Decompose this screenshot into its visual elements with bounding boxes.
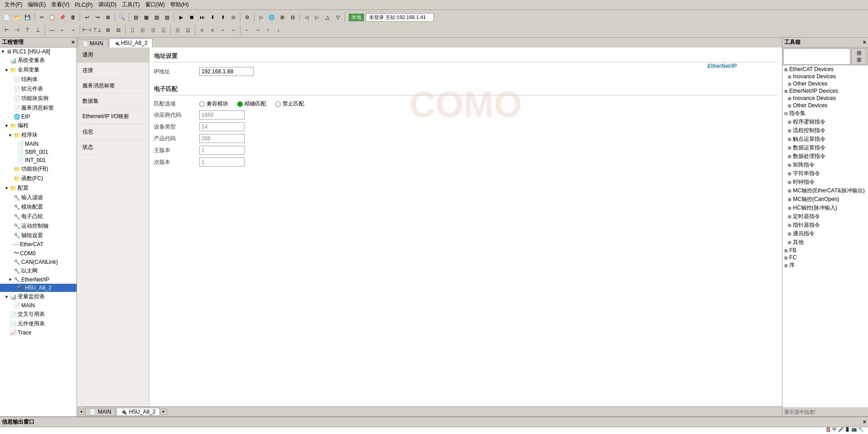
tree-var-main[interactable]: 📄 MAIN	[0, 301, 77, 310]
tb-copy[interactable]: 📋	[47, 12, 57, 22]
tb2-14[interactable]: ⌹	[148, 25, 158, 35]
tree-trace[interactable]: 📈 Trace	[0, 329, 77, 337]
tree-config[interactable]: ▼ 📁 配置	[0, 183, 77, 193]
tb-more1[interactable]: ⊞	[277, 12, 287, 22]
tb2-20[interactable]: ⌿	[218, 25, 228, 35]
tb2-21[interactable]: ⍀	[228, 25, 238, 35]
tb-cut[interactable]: ✂	[37, 12, 47, 22]
tree-main[interactable]: 📄 MAIN	[0, 140, 77, 148]
toolbox-pointer-inst[interactable]: ⊞ 指针器指令	[782, 221, 868, 229]
tb2-6[interactable]: ⌐	[58, 25, 67, 35]
menu-help[interactable]: 帮助(H)	[168, 0, 192, 10]
toolbox-search-button[interactable]: 搜索	[851, 48, 867, 65]
tb2-25[interactable]: ↓	[273, 25, 283, 35]
tree-input-filter[interactable]: 🔧 输入滤波	[0, 193, 77, 202]
tb2-2[interactable]: ⊣	[12, 25, 22, 35]
toolbox-ethercat-inovance[interactable]: ⊞ Inovance Devices	[782, 73, 868, 80]
ip-input[interactable]	[199, 67, 254, 76]
tb2-22[interactable]: ←	[242, 25, 252, 35]
tb2-24[interactable]: ↑	[263, 25, 273, 35]
tb-dl[interactable]: ⬇	[207, 12, 217, 22]
tree-fb-instance[interactable]: 📄 功能块实例	[0, 94, 77, 103]
tb2-1[interactable]: ⊢	[2, 25, 12, 35]
tree-eip[interactable]: 🌐 EIP	[0, 113, 77, 121]
menu-tools[interactable]: 工具(T)	[119, 0, 142, 10]
tb-run[interactable]: ▶	[176, 12, 186, 22]
tb2-12[interactable]: ⌷	[127, 25, 137, 35]
tree-plc1[interactable]: ▼ 🖥 PLC1 [H5U-A8]	[0, 48, 77, 56]
tb-ul[interactable]: ⬆	[218, 12, 228, 22]
tb-more2[interactable]: ⊟	[288, 12, 297, 22]
toolbox-clock-inst[interactable]: ⊞ 时钟指令	[782, 178, 868, 186]
nav-io-map[interactable]: Ethernet/IP I/O映射	[77, 109, 149, 124]
toolbox-other-inst[interactable]: ⊞ 其他	[782, 238, 868, 247]
tab-main[interactable]: 📄 MAIN	[78, 39, 108, 48]
tree-ethercat[interactable]: — EtherCAT	[0, 240, 77, 248]
tb-b3[interactable]: ▧	[152, 12, 162, 22]
tree-motion-axis[interactable]: 🔧 运动控制轴	[0, 221, 77, 231]
tb-undo[interactable]: ↩	[82, 12, 92, 22]
toolbox-matrix-inst[interactable]: ⊞ 矩阵指令	[782, 161, 868, 169]
tb-arr4[interactable]: ▽	[333, 12, 343, 22]
tb2-19[interactable]: ⌾	[207, 25, 217, 35]
tb-stop[interactable]: ⏹	[187, 12, 197, 22]
toolbox-ethernetip-other[interactable]: ⊞ Other Devices	[782, 102, 868, 109]
toolbox-ethercat-other[interactable]: ⊞ Other Devices	[782, 80, 868, 87]
toolbox-logic-inst[interactable]: ⊞ 程序逻辑指令	[782, 118, 868, 126]
tree-com0[interactable]: 〜 COM0	[0, 248, 77, 258]
toolbox-flow-inst[interactable]: ⊞ 流程控制指令	[782, 126, 868, 135]
toolbox-hc-axis-inst[interactable]: ⊞ HC轴控(脉冲输入)	[782, 204, 868, 212]
toolbox-data-arith-inst[interactable]: ⊞ 数据运算指令	[782, 143, 868, 152]
toolbox-search-input[interactable]	[783, 48, 850, 65]
tree-var-monitor[interactable]: ▼ 📊 变量监控表	[0, 292, 77, 301]
nav-connect[interactable]: 连接	[77, 63, 149, 78]
product-code-input[interactable]	[199, 134, 245, 143]
tb-arr3[interactable]: △	[322, 12, 332, 22]
tb-b1[interactable]: ▤	[131, 12, 141, 22]
tb-b2[interactable]: ▦	[141, 12, 151, 22]
tb-step[interactable]: ⏭	[197, 12, 207, 22]
tree-sbr001[interactable]: 📄 SBR_001	[0, 148, 77, 156]
tb2-3[interactable]: ⊤	[23, 25, 33, 35]
toolbox-string-inst[interactable]: ⊞ 字符串指令	[782, 169, 868, 178]
tree-global-var[interactable]: ▼ 📁 全局变量	[0, 65, 77, 75]
radio-precise[interactable]: 精确匹配	[237, 100, 266, 108]
scroll-right-btn[interactable]: ►	[161, 409, 167, 415]
toolbox-timer-inst[interactable]: ⊞ 定时器指令	[782, 212, 868, 221]
toolbox-data-proc-inst[interactable]: ⊞ 数据处理指令	[782, 152, 868, 161]
toolbox-seq[interactable]: ⊞ 序	[782, 261, 868, 270]
tb-b4[interactable]: ▨	[162, 12, 172, 22]
tb2-7[interactable]: ¬	[68, 25, 78, 35]
tb-mon[interactable]: ⊙	[228, 12, 238, 22]
vendor-code-input[interactable]	[199, 110, 245, 119]
tb-open[interactable]: 📂	[12, 12, 22, 22]
toolbox-fc[interactable]: ⊞ FC	[782, 254, 868, 261]
tb2-11[interactable]: ⊟	[113, 25, 123, 35]
tb-del2[interactable]: ⊠	[103, 12, 113, 22]
tb-cfg1[interactable]: ⚙	[242, 12, 252, 22]
tb-save[interactable]: 💾	[23, 12, 33, 22]
nav-general[interactable]: 通用	[77, 48, 149, 63]
menu-debug[interactable]: 调试(D)	[96, 0, 120, 10]
menu-view[interactable]: 查看(V)	[48, 0, 72, 10]
minor-version-input[interactable]	[199, 157, 245, 167]
right-panel-close[interactable]: ✕	[863, 40, 866, 45]
toolbox-ethernetip-devices[interactable]: ⊞ EtherNet/IP Devices	[782, 87, 868, 95]
tb2-17[interactable]: ⌼	[183, 25, 193, 35]
tb-arr1[interactable]: ◁	[302, 12, 312, 22]
radio-compatible[interactable]: 兼容模块	[199, 100, 228, 108]
tree-fb[interactable]: 📁 功能块(FB)	[0, 164, 77, 174]
menu-file[interactable]: 文件(F)	[2, 0, 25, 10]
toolbox-ethercat-devices[interactable]: ⊞ EtherCAT Devices	[782, 66, 868, 73]
tb-net[interactable]: 🌐	[267, 12, 277, 22]
tb2-23[interactable]: →	[253, 25, 263, 35]
nav-info[interactable]: 信息	[77, 124, 149, 140]
nav-dataset[interactable]: 数据集	[77, 94, 149, 109]
tb2-16[interactable]: ⌻	[173, 25, 182, 35]
tree-axis-group[interactable]: 🔧 轴组设置	[0, 231, 77, 240]
tb-redo[interactable]: ↪	[92, 12, 102, 22]
info-output-close[interactable]: ✕	[863, 420, 866, 424]
tree-element-use[interactable]: 📄 元件使用表	[0, 319, 77, 329]
toolbox-ethernetip-inovance[interactable]: ⊞ Inovance Devices	[782, 95, 868, 102]
toolbox-instruction-set[interactable]: ⊟ 指令集	[782, 109, 868, 118]
